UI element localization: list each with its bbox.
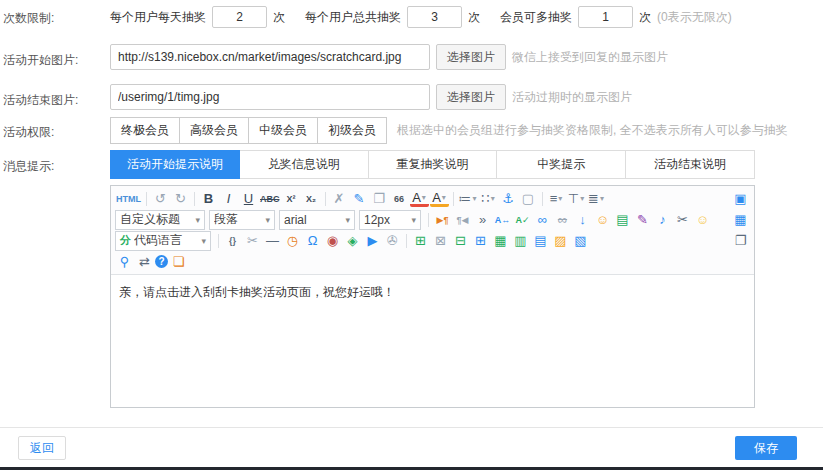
total-draw-limit-text: 每个用户总共抽奖	[305, 9, 401, 26]
table-header-icon[interactable]: ▤	[531, 232, 550, 250]
start-image-pick-button[interactable]: 选择图片	[436, 44, 506, 70]
chevron-down-icon: ▾	[600, 194, 604, 203]
insert-col-icon[interactable]: ⊞	[471, 232, 490, 250]
italic-icon[interactable]: I	[219, 190, 238, 208]
horizontal-rule-icon[interactable]: —	[263, 232, 282, 250]
preview-page-icon[interactable]: ▦	[731, 211, 750, 229]
underline-icon[interactable]: U	[239, 190, 258, 208]
font-family-dropdown[interactable]: arial▾	[279, 210, 355, 230]
emotion-2-icon[interactable]: ☺	[693, 211, 712, 229]
split-cells-icon[interactable]: ▥	[511, 232, 530, 250]
find-replace-icon[interactable]: ⇄	[135, 253, 154, 271]
strikethrough-icon[interactable]: ABC	[259, 190, 281, 208]
chevron-down-icon: ▾	[491, 194, 495, 203]
background-icon[interactable]: ▨	[551, 232, 570, 250]
date-time-icon[interactable]: ◷	[283, 232, 302, 250]
editor-content[interactable]: 亲，请点击进入刮刮卡抽奖活动页面，祝您好运哦！	[111, 275, 754, 405]
tab-repeat-draw[interactable]: 重复抽奖说明	[368, 150, 498, 179]
spellcheck-icon[interactable]: A✓	[513, 211, 532, 229]
music-icon[interactable]: ♪	[653, 211, 672, 229]
merge-cells-icon[interactable]: ▦	[491, 232, 510, 250]
undo-icon[interactable]: ↺	[151, 190, 170, 208]
insert-code-icon[interactable]: {}	[223, 232, 242, 250]
tab-end-info[interactable]: 活动结束说明	[625, 150, 755, 179]
tab-win-tip[interactable]: 中奖提示	[496, 150, 626, 179]
paragraph-dropdown[interactable]: 段落▾	[209, 210, 275, 230]
unordered-list-icon[interactable]: ∷▾	[479, 190, 498, 208]
save-button[interactable]: 保存	[735, 436, 797, 460]
chevron-down-icon: ▾	[411, 215, 416, 225]
subscript-icon[interactable]: X₂	[302, 190, 321, 208]
paste-plain-icon[interactable]: ❐	[370, 190, 389, 208]
source-code-icon[interactable]: HTML	[115, 190, 142, 208]
ltr-icon[interactable]: ▶¶	[433, 211, 452, 229]
chevron-down-icon: ▾	[473, 194, 477, 203]
highlight-color-icon[interactable]: A▾	[430, 191, 449, 207]
start-image-label: 活动开始图片:	[3, 52, 78, 69]
rtl-icon[interactable]: ¶◀	[453, 211, 472, 229]
custom-title-dropdown[interactable]: 自定义标题▾	[115, 210, 205, 230]
member-option-middle-button[interactable]: 中级会员	[248, 117, 318, 144]
end-image-row: 选择图片 活动过期时的显示图片	[110, 84, 632, 110]
end-image-url-input[interactable]	[110, 84, 430, 110]
unlink-icon[interactable]: ∞	[553, 211, 572, 229]
vertical-align-icon[interactable]: ⊤▾	[567, 190, 586, 208]
template-icon[interactable]: ▧	[571, 232, 590, 250]
code-language-dropdown[interactable]: 分代码语言▾	[115, 231, 211, 251]
permission-label: 活动权限:	[3, 124, 54, 141]
blockquote-icon[interactable]: 66	[390, 190, 409, 208]
fullscreen-icon[interactable]: ▣	[731, 190, 750, 208]
start-image-url-input[interactable]	[110, 44, 430, 70]
member-option-senior-button[interactable]: 高级会员	[179, 117, 249, 144]
tab-start-tip[interactable]: 活动开始提示说明	[110, 150, 240, 179]
font-color-icon[interactable]: A▾	[410, 191, 429, 207]
anchor-icon[interactable]: ⚓	[499, 190, 518, 208]
preview-icon[interactable]: ❏	[169, 253, 188, 271]
code-language-dropdown-icon: 分	[120, 233, 131, 248]
member-option-ultimate-button[interactable]: 终极会员	[110, 117, 180, 144]
line-height-icon[interactable]: ≣▾	[587, 190, 606, 208]
indent-icon[interactable]: »	[473, 211, 492, 229]
attachment-icon[interactable]: ✇	[383, 232, 402, 250]
cut-icon[interactable]: ✂	[243, 232, 262, 250]
bold-icon[interactable]: B	[199, 190, 218, 208]
help-icon[interactable]: ?	[155, 255, 168, 268]
link-icon[interactable]: ∞	[533, 211, 552, 229]
insert-table-icon[interactable]: ⊞	[411, 232, 430, 250]
justify-icon[interactable]: ≡▾	[547, 190, 566, 208]
scrawl-icon[interactable]: ✎	[633, 211, 652, 229]
member-option-junior-button[interactable]: 初级会员	[317, 117, 387, 144]
insert-image-icon[interactable]: ▤	[613, 211, 632, 229]
word-spacing-icon[interactable]: A↔	[493, 211, 512, 229]
delete-table-icon[interactable]: ⊠	[431, 232, 450, 250]
gmap-icon[interactable]: ◈	[343, 232, 362, 250]
end-image-hint: 活动过期时的显示图片	[512, 89, 632, 106]
permission-hint: 根据选中的会员组进行参与抽奖资格限制, 全不选表示所有人可以参与抽奖	[397, 122, 788, 139]
total-draw-limit-input[interactable]	[407, 6, 462, 28]
insert-frame-icon[interactable]: ↓	[573, 211, 592, 229]
insert-row-icon[interactable]: ⊟	[451, 232, 470, 250]
ordered-list-icon[interactable]: ≔▾	[458, 190, 478, 208]
chevron-down-icon: ▾	[422, 193, 426, 202]
insert-video-icon[interactable]: ▶	[363, 232, 382, 250]
end-image-pick-button[interactable]: 选择图片	[436, 84, 506, 110]
daily-draw-limit-input[interactable]	[212, 6, 267, 28]
eraser-icon[interactable]: ✗	[330, 190, 349, 208]
tab-redeem-info[interactable]: 兑奖信息说明	[239, 150, 369, 179]
snapscreen-icon[interactable]: ✂	[673, 211, 692, 229]
redo-icon[interactable]: ↻	[171, 190, 190, 208]
daily-draw-limit-text: 每个用户每天抽奖	[110, 9, 206, 26]
search-icon[interactable]: ⚲	[115, 253, 134, 271]
print-icon[interactable]: ❐	[731, 232, 750, 250]
toolbar-separator	[406, 234, 407, 248]
font-size-dropdown[interactable]: 12px▾	[359, 210, 421, 230]
emotion-icon[interactable]: ☺	[593, 211, 612, 229]
map-icon[interactable]: ◉	[323, 232, 342, 250]
member-extra-draw-input[interactable]	[578, 6, 633, 28]
back-button[interactable]: 返回	[18, 436, 66, 460]
superscript-icon[interactable]: X²	[282, 190, 301, 208]
clear-doc-icon[interactable]: ▢	[519, 190, 538, 208]
format-painter-icon[interactable]: ✎	[350, 190, 369, 208]
limits-row: 每个用户每天抽奖 次 每个用户总共抽奖 次 会员可多抽奖 次 (0表示无限次)	[110, 5, 732, 29]
omega-icon[interactable]: Ω	[303, 232, 322, 250]
